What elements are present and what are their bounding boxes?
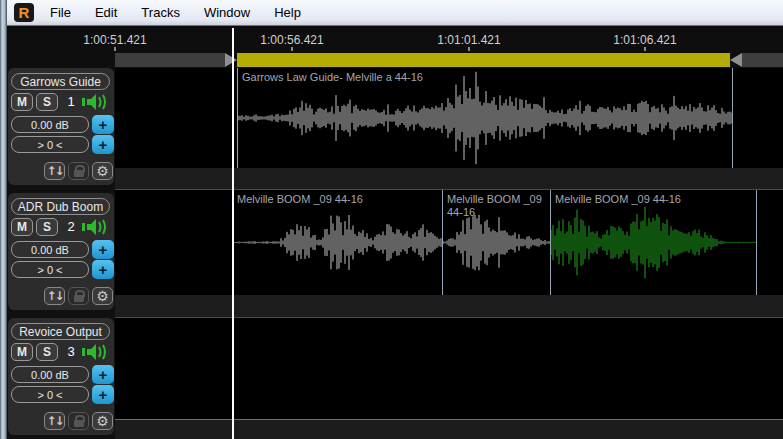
solo-button[interactable]: S: [36, 93, 58, 111]
lock-icon: [74, 295, 84, 302]
reorder-track-button[interactable]: ↑↓: [44, 412, 65, 430]
revoice-pro-window: R File Edit Tracks Window Help 1:00:51.4…: [0, 0, 783, 439]
ruler-tick: [468, 47, 470, 51]
process-bar-left-segment[interactable]: [115, 53, 225, 67]
gear-icon: ⚙: [96, 163, 109, 179]
playhead-cursor[interactable]: [232, 28, 234, 439]
speaker-icon[interactable]: [82, 342, 110, 362]
menu-help[interactable]: Help: [262, 0, 313, 25]
bottom-bar: [7, 419, 783, 439]
track-header-3: Revoice Output M S 3 0.00 dB + > 0 < + ↑…: [8, 318, 114, 435]
gain-assign-button[interactable]: +: [92, 240, 114, 259]
audio-clip[interactable]: Melville BOOM _09 44-16: [233, 190, 443, 295]
track-name-button[interactable]: ADR Dub Boom: [11, 198, 110, 215]
gain-button[interactable]: 0.00 dB: [11, 241, 89, 258]
gain-button[interactable]: 0.00 dB: [11, 116, 89, 133]
track-settings-button[interactable]: ⚙: [92, 162, 113, 180]
ruler-tick: [291, 47, 293, 51]
audio-clip[interactable]: Melville BOOM _09 44-16: [443, 190, 551, 295]
lock-button[interactable]: [68, 287, 89, 305]
process-block-start-handle[interactable]: [225, 53, 237, 67]
menu-file[interactable]: File: [38, 0, 83, 25]
time-label: 1:01:06.421: [613, 33, 676, 47]
speaker-icon[interactable]: [82, 217, 110, 237]
track-settings-button[interactable]: ⚙: [92, 287, 113, 305]
lock-icon: [74, 170, 84, 177]
gain-assign-button[interactable]: +: [92, 365, 114, 384]
mute-button[interactable]: M: [11, 343, 33, 361]
solo-button[interactable]: S: [36, 218, 58, 236]
pan-button[interactable]: > 0 <: [11, 261, 89, 278]
reorder-track-button[interactable]: ↑↓: [44, 162, 65, 180]
track-divider: [115, 295, 783, 318]
track-number: 1: [63, 94, 79, 109]
track-header-2: ADR Dub Boom M S 2 0.00 dB + > 0 < + ↑↓ …: [8, 193, 114, 310]
pan-button[interactable]: > 0 <: [11, 386, 89, 403]
solo-button[interactable]: S: [36, 343, 58, 361]
menu-bar: R File Edit Tracks Window Help: [7, 0, 783, 26]
ruler-tick: [644, 47, 646, 51]
track-divider: [115, 168, 783, 190]
up-down-arrows-icon: ↑↓: [46, 164, 62, 178]
process-bar-right-segment[interactable]: [742, 53, 783, 67]
up-down-arrows-icon: ↑↓: [46, 414, 62, 428]
process-block-end-handle[interactable]: [730, 53, 742, 67]
clip-label: Garrows Law Guide- Melville a 44-16: [242, 71, 729, 84]
mute-button[interactable]: M: [11, 93, 33, 111]
track-number: 2: [63, 219, 79, 234]
reorder-track-button[interactable]: ↑↓: [44, 287, 65, 305]
track-lane-3[interactable]: [115, 318, 783, 419]
track-name-button[interactable]: Garrows Guide: [11, 73, 110, 90]
gear-icon: ⚙: [96, 288, 109, 304]
pan-assign-button[interactable]: +: [92, 260, 114, 279]
time-label: 1:01:01.421: [437, 33, 500, 47]
lock-icon: [74, 420, 84, 427]
menu-edit[interactable]: Edit: [83, 0, 129, 25]
lock-button[interactable]: [68, 162, 89, 180]
audio-clip[interactable]: Garrows Law Guide- Melville a 44-16: [237, 68, 733, 168]
mute-button[interactable]: M: [11, 218, 33, 236]
gain-assign-button[interactable]: +: [92, 115, 114, 134]
up-down-arrows-icon: ↑↓: [46, 289, 62, 303]
track-settings-button[interactable]: ⚙: [92, 412, 113, 430]
app-logo-icon[interactable]: R: [14, 3, 34, 22]
lock-button[interactable]: [68, 412, 89, 430]
gear-icon: ⚙: [96, 413, 109, 429]
clip-label: Melville BOOM _09 44-16: [555, 193, 753, 206]
speaker-icon[interactable]: [82, 92, 110, 112]
pan-button[interactable]: > 0 <: [11, 136, 89, 153]
menu-tracks[interactable]: Tracks: [129, 0, 192, 25]
track-name-button[interactable]: Revoice Output: [11, 323, 110, 340]
audio-clip[interactable]: Melville BOOM _09 44-16: [551, 190, 757, 295]
time-label: 1:00:51.421: [83, 33, 146, 47]
clip-label: Melville BOOM _09 44-16: [447, 193, 547, 219]
process-block-bar[interactable]: [237, 53, 730, 67]
pan-assign-button[interactable]: +: [92, 135, 114, 154]
time-label: 1:00:56.421: [260, 33, 323, 47]
track-number: 3: [63, 344, 79, 359]
ruler-tick: [114, 47, 116, 51]
track-header-1: Garrows Guide M S 1 0.00 dB + > 0 < + ↑↓…: [8, 68, 114, 185]
window-border: [0, 0, 7, 439]
clip-label: Melville BOOM _09 44-16: [237, 193, 439, 206]
gain-button[interactable]: 0.00 dB: [11, 366, 89, 383]
menu-window[interactable]: Window: [192, 0, 262, 25]
pan-assign-button[interactable]: +: [92, 385, 114, 404]
